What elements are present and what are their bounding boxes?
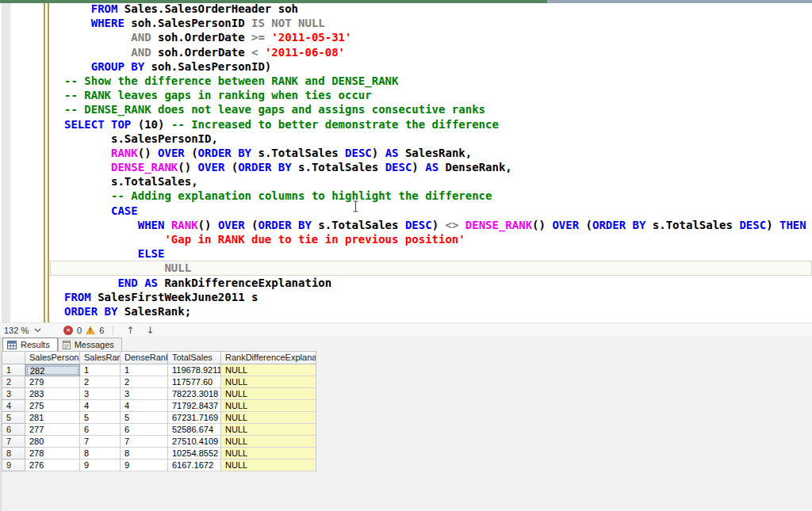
column-header-salespersonid[interactable]: SalesPersonID — [25, 351, 80, 364]
grid-cell[interactable]: 6 — [80, 424, 121, 436]
grid-cell[interactable]: 8 — [80, 448, 121, 460]
error-count: 0 — [77, 326, 82, 335]
code-line: -- Show the difference between RANK and … — [64, 74, 812, 88]
code-line: ORDER BY SalesRank; — [64, 304, 812, 318]
column-header-denserank[interactable]: DenseRank — [121, 351, 168, 364]
results-pane: Results Messages SalesPersonIDSalesRankD… — [0, 337, 812, 511]
grid-cell[interactable]: 279 — [25, 376, 80, 388]
grid-cell[interactable]: 119678.9211 — [168, 364, 221, 376]
sql-editor[interactable]: FROM Sales.SalesOrderHeader soh WHERE so… — [0, 3, 812, 322]
row-header[interactable]: 9 — [2, 460, 25, 471]
code-line: -- Adding explanation columns to highlig… — [64, 189, 812, 203]
grid-cell[interactable]: 9 — [80, 460, 121, 471]
grid-cell[interactable]: 3 — [80, 388, 121, 400]
row-header[interactable]: 5 — [2, 412, 25, 424]
tab-results[interactable]: Results — [2, 337, 58, 351]
grid-cell[interactable]: 6167.1672 — [168, 460, 221, 471]
previous-issue-button[interactable]: ↑ — [122, 325, 138, 336]
grid-cell[interactable]: 281 — [25, 412, 80, 424]
editor-status-bar: 132 % × 0 ! 6 ↑ ↓ — [0, 322, 812, 337]
grid-cell[interactable]: 78223.3018 — [168, 388, 221, 400]
code-line: WHEN RANK() OVER (ORDER BY s.TotalSales … — [64, 218, 812, 232]
grid-cell[interactable]: 8 — [121, 448, 168, 460]
grid-cell[interactable]: 7 — [121, 436, 168, 448]
column-header-rankdifferenceexplanation[interactable]: RankDifferenceExplanation — [221, 351, 316, 364]
grid-cell[interactable]: NULL — [221, 400, 316, 412]
change-tracking-bar — [48, 3, 49, 322]
separator — [113, 326, 113, 335]
row-header[interactable]: 1 — [2, 364, 25, 376]
grid-cell[interactable]: 52586.674 — [168, 424, 221, 436]
grid-cell[interactable]: 278 — [25, 448, 80, 460]
tab-messages-label: Messages — [75, 340, 114, 349]
grid-cell[interactable]: 6 — [121, 424, 168, 436]
grid-cell[interactable]: 10254.8552 — [168, 448, 221, 460]
results-grid: SalesPersonIDSalesRankDenseRankTotalSale… — [2, 351, 316, 471]
row-header[interactable]: 7 — [2, 436, 25, 448]
grid-cell[interactable]: 277 — [25, 424, 80, 436]
grid-cell[interactable]: 283 — [25, 388, 80, 400]
grid-cell[interactable]: 1 — [80, 364, 121, 376]
grid-cell[interactable]: NULL — [221, 424, 316, 436]
row-header[interactable]: 2 — [2, 376, 25, 388]
row-header[interactable]: 3 — [2, 388, 25, 400]
grid-cell[interactable]: 276 — [25, 460, 80, 471]
code-line: 'Gap in RANK due to tie in previous posi… — [64, 232, 812, 246]
grid-cell[interactable]: NULL — [221, 376, 316, 388]
column-header-salesrank[interactable]: SalesRank — [80, 351, 121, 364]
grid-cell[interactable]: 67231.7169 — [168, 412, 221, 424]
grid-cell[interactable]: 3 — [121, 388, 168, 400]
grid-cell[interactable]: NULL — [221, 448, 316, 460]
grid-row: 52815567231.7169NULL — [2, 412, 316, 424]
grid-cell[interactable]: 275 — [25, 400, 80, 412]
grid-row: 62776652586.674NULL — [2, 424, 316, 436]
error-warning-panel: × 0 ! 6 ↑ ↓ — [63, 325, 158, 336]
zoom-level-dropdown[interactable]: 132 % — [0, 326, 49, 335]
tab-messages[interactable]: Messages — [58, 337, 122, 351]
column-header-totalsales[interactable]: TotalSales — [168, 351, 221, 364]
tab-results-label: Results — [21, 340, 50, 349]
code-line: WHERE soh.SalesPersonID IS NOT NULL — [64, 16, 812, 30]
grid-row: 227922117577.60NULL — [2, 376, 316, 388]
next-issue-button[interactable]: ↓ — [142, 325, 158, 336]
code-line: NULL — [64, 261, 812, 275]
grid-cell[interactable]: NULL — [221, 364, 316, 376]
code-line: s.SalesPersonID, — [64, 132, 812, 146]
grid-cell[interactable]: 2 — [80, 376, 121, 388]
warning-count: 6 — [99, 326, 104, 335]
grid-header-row: SalesPersonIDSalesRankDenseRankTotalSale… — [2, 351, 316, 364]
grid-cell[interactable]: 4 — [80, 400, 121, 412]
code-line: END AS RankDifferenceExplanation — [64, 276, 812, 290]
grid-cell[interactable]: 117577.60 — [168, 376, 221, 388]
code-line: SELECT TOP (10) -- Increased to better d… — [64, 117, 812, 132]
grid-cell[interactable]: 27510.4109 — [168, 436, 221, 448]
grid-cell[interactable]: 2 — [121, 376, 168, 388]
grid-cell[interactable]: 282 — [25, 364, 80, 376]
row-header[interactable]: 8 — [2, 448, 25, 460]
grid-cell[interactable]: 5 — [80, 412, 121, 424]
code-line: ELSE — [64, 246, 812, 261]
code-line: RANK() OVER (ORDER BY s.TotalSales DESC)… — [64, 146, 812, 160]
grid-cell[interactable]: 4 — [121, 400, 168, 412]
grid-cell[interactable]: NULL — [221, 436, 316, 448]
grid-cell[interactable]: NULL — [221, 412, 316, 424]
code-line: -- DENSE_RANK does not leave gaps and as… — [64, 102, 812, 116]
text-cursor-ibeam — [352, 200, 359, 212]
row-header[interactable]: 6 — [2, 424, 25, 436]
grid-cell[interactable]: 1 — [121, 364, 168, 376]
grid-cell[interactable]: 71792.8437 — [168, 400, 221, 412]
warning-icon[interactable]: ! — [86, 326, 95, 334]
grid-cell[interactable]: 7 — [80, 436, 121, 448]
code-line: DENSE_RANK() OVER (ORDER BY s.TotalSales… — [64, 160, 812, 174]
sql-code[interactable]: FROM Sales.SalesOrderHeader soh WHERE so… — [51, 3, 812, 318]
row-header[interactable]: 4 — [2, 400, 25, 412]
editor-indicator-margin — [2, 3, 10, 322]
grid-corner-cell[interactable] — [2, 351, 25, 364]
code-line: CASE — [64, 204, 812, 218]
grid-cell[interactable]: NULL — [221, 460, 316, 471]
grid-cell[interactable]: 5 — [121, 412, 168, 424]
grid-cell[interactable]: 280 — [25, 436, 80, 448]
error-icon[interactable]: × — [63, 326, 73, 335]
grid-cell[interactable]: 9 — [121, 460, 168, 471]
grid-cell[interactable]: NULL — [221, 388, 316, 400]
